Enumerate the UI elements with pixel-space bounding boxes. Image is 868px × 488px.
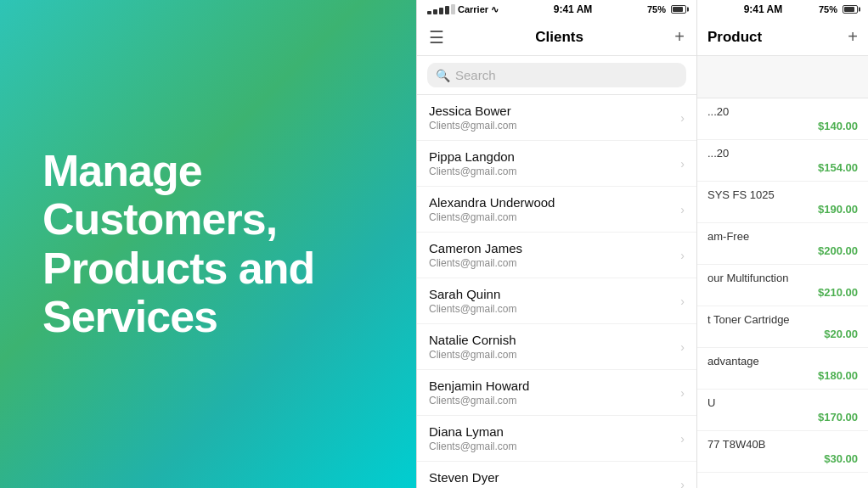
client-info: Diana Lyman Clients@gmail.com xyxy=(429,424,517,452)
client-email: Clients@gmail.com xyxy=(429,440,517,452)
battery-icon xyxy=(671,5,686,14)
client-name: Cameron James xyxy=(429,241,522,255)
client-email: Clients@gmail.com xyxy=(429,165,517,177)
chevron-right-icon: › xyxy=(680,432,685,446)
product-list-item[interactable]: ...20 $140.00 xyxy=(697,98,868,140)
client-email: Clients@gmail.com xyxy=(429,349,517,361)
client-info: Steven Dyer Clients@gmail.com xyxy=(429,470,517,488)
products-status-bar: 9:41 AM 75% xyxy=(697,0,868,19)
chevron-right-icon: › xyxy=(680,478,685,489)
signal-dot-2 xyxy=(433,9,437,14)
products-phone: 9:41 AM 75% Product + ...20 $140.00 ...2… xyxy=(696,0,868,488)
client-list-item[interactable]: Jessica Bower Clients@gmail.com › xyxy=(417,95,696,141)
product-price: $170.00 xyxy=(707,411,858,423)
product-name: ...20 xyxy=(707,147,858,160)
product-price: $140.00 xyxy=(707,120,858,132)
products-battery-icon xyxy=(843,5,858,14)
products-nav-title: Product xyxy=(707,29,762,46)
clients-search-bar: 🔍 Search xyxy=(417,56,696,95)
product-list-item[interactable]: our Multifunction $210.00 xyxy=(697,265,868,306)
products-time: 9:41 AM xyxy=(744,3,783,15)
client-list-item[interactable]: Alexandra Underwood Clients@gmail.com › xyxy=(417,187,696,233)
hamburger-icon[interactable]: ☰ xyxy=(429,27,444,48)
chevron-right-icon: › xyxy=(680,111,685,125)
product-list-item[interactable]: am-Free $200.00 xyxy=(697,223,868,265)
clients-nav-title: Clients xyxy=(535,29,583,46)
signal-area: Carrier ∿ xyxy=(427,4,499,15)
client-list: Jessica Bower Clients@gmail.com › Pippa … xyxy=(417,95,696,488)
client-info: Benjamin Howard Clients@gmail.com xyxy=(429,379,529,407)
product-name: our Multifunction xyxy=(707,272,858,284)
chevron-right-icon: › xyxy=(680,294,685,308)
client-name: Alexandra Underwood xyxy=(429,195,555,210)
client-email: Clients@gmail.com xyxy=(429,120,517,132)
client-name: Diana Lyman xyxy=(429,424,517,439)
client-list-item[interactable]: Sarah Quinn Clients@gmail.com › xyxy=(417,278,696,324)
signal-dot-4 xyxy=(445,6,449,14)
products-battery-area: 75% xyxy=(819,4,858,14)
product-name: SYS FS 1025 xyxy=(707,188,858,201)
wifi-icon: ∿ xyxy=(491,4,499,15)
product-price: $190.00 xyxy=(707,203,858,216)
left-panel: Manage Customers, Products and Services xyxy=(0,0,416,488)
product-list-item[interactable]: advantage $180.00 xyxy=(697,348,868,390)
product-name: ...20 xyxy=(707,105,858,118)
chevron-right-icon: › xyxy=(680,203,685,216)
client-list-item[interactable]: Benjamin Howard Clients@gmail.com › xyxy=(417,370,696,416)
client-name: Benjamin Howard xyxy=(429,379,529,393)
client-email: Clients@gmail.com xyxy=(429,395,529,407)
product-list-item[interactable]: ...20 $154.00 xyxy=(697,140,868,182)
product-name: am-Free xyxy=(707,230,858,243)
client-info: Alexandra Underwood Clients@gmail.com xyxy=(429,195,555,223)
battery-percent: 75% xyxy=(647,4,666,14)
product-price: $30.00 xyxy=(707,452,858,465)
carrier-label: Carrier xyxy=(458,4,488,14)
right-panels: Carrier ∿ 9:41 AM 75% ☰ Clients + 🔍 Sear… xyxy=(416,0,868,488)
product-list-item[interactable]: t Toner Cartridge $20.00 xyxy=(697,306,868,348)
client-name: Sarah Quinn xyxy=(429,287,517,301)
chevron-right-icon: › xyxy=(680,340,685,354)
client-email: Clients@gmail.com xyxy=(429,211,555,223)
client-info: Jessica Bower Clients@gmail.com xyxy=(429,104,517,132)
search-input-container[interactable]: 🔍 Search xyxy=(427,63,686,87)
product-list-item[interactable]: SYS FS 1025 $190.00 xyxy=(697,182,868,223)
client-list-item[interactable]: Diana Lyman Clients@gmail.com › xyxy=(417,416,696,462)
client-info: Natalie Cornish Clients@gmail.com xyxy=(429,333,517,361)
product-name: t Toner Cartridge xyxy=(707,313,858,326)
client-list-item[interactable]: Steven Dyer Clients@gmail.com › xyxy=(417,462,696,488)
clients-status-bar: Carrier ∿ 9:41 AM 75% xyxy=(417,0,696,19)
client-list-item[interactable]: Pippa Langdon Clients@gmail.com › xyxy=(417,141,696,187)
product-name: U xyxy=(707,396,858,409)
client-info: Cameron James Clients@gmail.com xyxy=(429,241,522,269)
clients-nav-bar: ☰ Clients + xyxy=(417,19,696,56)
add-client-icon[interactable]: + xyxy=(674,27,685,47)
signal-dot-1 xyxy=(427,11,431,14)
product-price: $200.00 xyxy=(707,244,858,257)
product-price: $154.00 xyxy=(707,161,858,174)
signal-dot-3 xyxy=(439,8,443,14)
products-battery-percent: 75% xyxy=(819,4,837,14)
product-name: 77 T8W40B xyxy=(707,438,858,451)
chevron-right-icon: › xyxy=(680,386,685,400)
signal-dots xyxy=(427,4,455,14)
products-search-bar xyxy=(697,56,868,98)
signal-dot-5 xyxy=(451,4,455,14)
add-product-icon[interactable]: + xyxy=(848,27,858,47)
product-price: $180.00 xyxy=(707,369,858,382)
clients-phone: Carrier ∿ 9:41 AM 75% ☰ Clients + 🔍 Sear… xyxy=(416,0,696,488)
product-list: ...20 $140.00 ...20 $154.00 SYS FS 1025 … xyxy=(697,98,868,488)
chevron-right-icon: › xyxy=(680,249,685,262)
products-nav-bar: Product + xyxy=(697,19,868,56)
client-list-item[interactable]: Cameron James Clients@gmail.com › xyxy=(417,233,696,278)
client-email: Clients@gmail.com xyxy=(429,303,517,315)
product-list-item[interactable]: 77 T8W40B $30.00 xyxy=(697,431,868,473)
product-name: advantage xyxy=(707,355,858,367)
product-price: $210.00 xyxy=(707,286,858,299)
client-name: Pippa Langdon xyxy=(429,149,517,164)
hero-text: Manage Customers, Products and Services xyxy=(42,147,374,341)
product-list-item[interactable]: U $170.00 xyxy=(697,390,868,431)
product-price: $20.00 xyxy=(707,328,858,340)
client-list-item[interactable]: Natalie Cornish Clients@gmail.com › xyxy=(417,324,696,370)
client-name: Steven Dyer xyxy=(429,470,517,485)
client-name: Natalie Cornish xyxy=(429,333,517,347)
